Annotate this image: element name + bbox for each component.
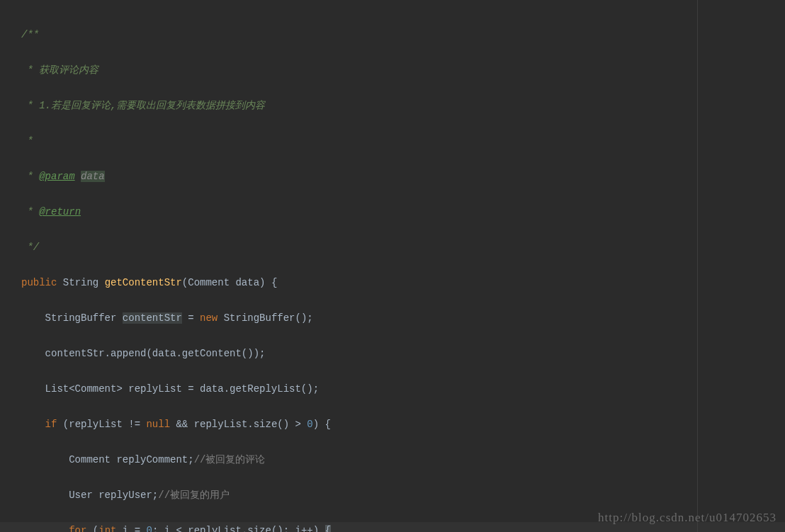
doc-param-tag: @param — [39, 171, 74, 182]
code-line: User replyUser;//被回复的用户 — [21, 487, 785, 504]
code-line: public String getContentStr(Comment data… — [21, 274, 785, 292]
code-line: StringBuffer contentStr = new StringBuff… — [21, 310, 785, 327]
code-line: * — [21, 132, 785, 150]
code-line: /** — [21, 26, 785, 44]
variable-highlight: contentStr — [123, 312, 182, 324]
code-line: * @param data — [21, 168, 785, 186]
margin-line — [697, 0, 698, 532]
code-line: contentStr.append(data.getContent()); — [21, 345, 785, 363]
cursor-brace: { — [325, 525, 331, 532]
doc-return-tag: @return — [39, 206, 81, 217]
code-line: * 1.若是回复评论,需要取出回复列表数据拼接到内容 — [21, 97, 785, 115]
code-editor[interactable]: /** * 获取评论内容 * 1.若是回复评论,需要取出回复列表数据拼接到内容 … — [0, 0, 785, 532]
method-name: getContentStr — [105, 277, 182, 288]
watermark-text: http://blog.csdn.net/u014702653 — [598, 509, 776, 526]
code-line: */ — [21, 239, 785, 256]
code-line: List<Comment> replyList = data.getReplyL… — [21, 380, 785, 398]
code-line: Comment replyComment;//被回复的评论 — [21, 451, 785, 469]
code-line: * @return — [21, 203, 785, 221]
code-line: if (replyList != null && replyList.size(… — [21, 416, 785, 434]
doc-param-name: data — [81, 171, 105, 182]
code-line: * 获取评论内容 — [21, 62, 785, 79]
